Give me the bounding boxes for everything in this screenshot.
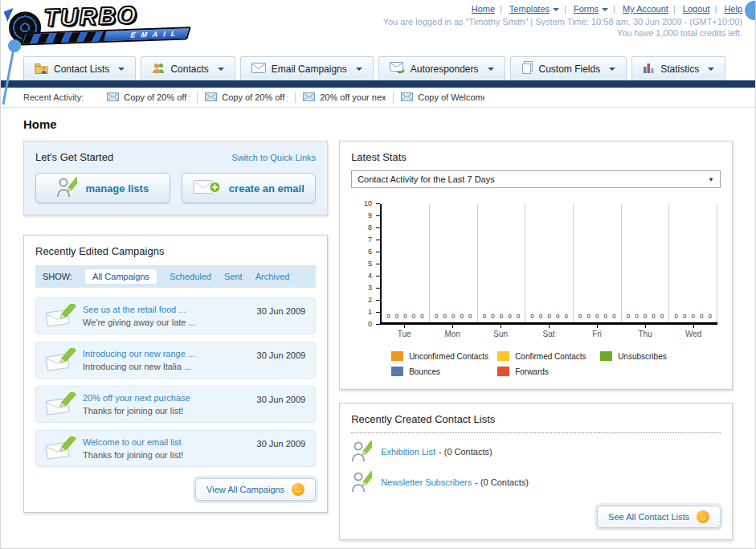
tab-autoresponders[interactable]: Autoresponders	[378, 56, 505, 80]
filter-all-campaigns[interactable]: All Campaigns	[85, 269, 157, 284]
recent-activity-item[interactable]: Copy of Welcome tc	[394, 92, 492, 103]
nav-link-home[interactable]: Home	[472, 4, 495, 14]
dotted-divider	[351, 432, 721, 433]
chart-x-labels: TueMonSunSatFriThuWed	[380, 325, 717, 338]
y-tick-mark	[376, 312, 380, 313]
folder-contact-icon	[35, 62, 48, 76]
data-value-label: 0	[483, 313, 486, 320]
tab-contacts[interactable]: Contacts	[141, 56, 235, 80]
y-tick-label: 0	[368, 320, 372, 329]
data-value-label: 0	[587, 313, 590, 320]
recently-edited-campaigns-panel: Recently Edited Campaigns SHOW: All Camp…	[23, 235, 328, 513]
recent-activity-item[interactable]: 20% off your next p	[296, 92, 394, 103]
campaign-date: 30 Jun 2009	[257, 306, 306, 316]
campaign-date: 30 Jun 2009	[257, 439, 306, 449]
chart-day-group: 00000	[382, 204, 430, 322]
see-all-contact-lists-label: See All Contact Lists	[608, 512, 689, 522]
tab-label: Statistics	[660, 64, 699, 75]
y-tick-mark	[376, 227, 380, 228]
person-pencil-icon	[351, 440, 372, 464]
campaign-row[interactable]: 20% off your next purchase Thanks for jo…	[35, 386, 316, 423]
legend-label: Unsubscribes	[618, 352, 667, 361]
data-value-label: 0	[500, 313, 503, 320]
y-tick-label: 8	[368, 223, 372, 232]
create-email-button[interactable]: create an email	[182, 173, 317, 203]
manage-lists-button[interactable]: manage lists	[35, 173, 170, 203]
contact-list-count: - (0 Contacts)	[475, 477, 529, 487]
envelope-reply-icon	[390, 62, 405, 76]
y-tick-mark	[376, 264, 380, 264]
legend-item: Forwards	[497, 367, 600, 376]
activity-link: Copy of 20% off yc	[222, 92, 288, 102]
recent-activity-item[interactable]: Copy of 20% off yc	[100, 92, 198, 103]
nav-link-logout[interactable]: Logout	[683, 4, 710, 14]
campaign-row[interactable]: Welcome to our email list Thanks for joi…	[35, 430, 316, 467]
recent-contact-lists-panel: Recently Created Contact Lists Exhibitio…	[339, 403, 733, 540]
nav-link-help[interactable]: Help	[724, 4, 742, 14]
y-tick-mark	[376, 252, 380, 252]
see-all-contact-lists-button[interactable]: See All Contact Lists →	[597, 506, 721, 528]
campaign-row[interactable]: Introducing our new range ... Introducin…	[35, 342, 316, 379]
legend-item: Unsubscribes	[600, 351, 721, 361]
contact-list-link[interactable]: Newsletter Subscribers	[381, 477, 472, 487]
recent-activity-item[interactable]: Copy of 20% off yc	[198, 92, 296, 103]
y-tick-label: 7	[368, 236, 372, 244]
contact-list-item[interactable]: Newsletter Subscribers - (0 Contacts)	[351, 470, 721, 494]
filter-scheduled[interactable]: Scheduled	[170, 272, 211, 281]
campaign-row[interactable]: See us at the retail food ... We're givi…	[35, 297, 316, 334]
tab-contact-lists[interactable]: Contact Lists	[23, 56, 136, 80]
data-value-label: 0	[403, 313, 407, 320]
chevron-down-icon	[609, 68, 615, 71]
filter-sent[interactable]: Sent	[224, 272, 243, 281]
app-logo: TURBO EMAIL	[6, 0, 201, 49]
data-value-label: 0	[675, 313, 678, 320]
envelope-plus-icon	[193, 178, 221, 199]
tab-custom-fields[interactable]: Custom Fields	[510, 56, 627, 80]
recent-activity-label: Recent Activity:	[23, 92, 84, 102]
contact-list-item[interactable]: Exhibition List - (0 Contacts)	[351, 440, 721, 464]
activity-link: Copy of 20% off yc	[124, 92, 190, 102]
campaign-filter-bar: SHOW: All Campaigns Scheduled Sent Archi…	[35, 265, 316, 288]
nav-link-forms[interactable]: Forms	[574, 4, 599, 14]
stats-dropdown[interactable]: Contact Activity for the Last 7 Days ▼	[351, 170, 721, 188]
legend-color-swatch	[497, 351, 509, 361]
campaign-title-link[interactable]: See us at the retail food ...	[83, 305, 243, 314]
data-value-label: 0	[604, 313, 607, 320]
right-column: Latest Stats Contact Activity for the La…	[339, 141, 733, 540]
logo-title: TURBO	[43, 2, 138, 32]
campaign-title-link[interactable]: Introducing our new range ...	[83, 349, 243, 358]
recent-activity-bar: Recent Activity: Copy of 20% off yc Copy…	[1, 88, 755, 108]
view-all-campaigns-button[interactable]: View All Campaigns →	[195, 478, 316, 501]
tab-statistics[interactable]: Statistics	[631, 56, 725, 80]
chart-day-group: 00000	[622, 204, 670, 322]
campaign-title-link[interactable]: 20% off your next purchase	[83, 393, 243, 403]
nav-link-templates[interactable]: Templates	[509, 4, 550, 14]
filter-archived[interactable]: Archived	[255, 272, 290, 281]
envelope-icon	[205, 92, 217, 103]
envelope-icon	[251, 63, 266, 76]
y-tick-mark	[376, 215, 380, 216]
pin-decoration	[1, 39, 25, 108]
data-value-label: 0	[652, 313, 655, 320]
data-value-label: 0	[468, 313, 472, 320]
data-value-label: 0	[491, 313, 494, 320]
y-tick-label: 9	[368, 211, 372, 220]
contact-lists-title: Recently Created Contact Lists	[351, 413, 721, 425]
chart-day-group: 00000	[430, 204, 478, 322]
contact-list-link[interactable]: Exhibition List	[381, 447, 435, 457]
tab-label: Email Campaigns	[272, 64, 347, 75]
tab-email-campaigns[interactable]: Email Campaigns	[240, 56, 374, 80]
show-label: SHOW:	[43, 272, 72, 281]
login-info: You are logged in as "Timothy Smith" | S…	[383, 17, 742, 27]
y-tick-label: 2	[368, 296, 372, 305]
data-value-label: 0	[539, 313, 542, 320]
nav-link-my-account[interactable]: My Account	[623, 4, 668, 14]
left-column: Let's Get Started Switch to Quick Links …	[23, 141, 328, 513]
campaign-title-link[interactable]: Welcome to our email list	[83, 437, 243, 447]
legend-label: Forwards	[515, 367, 549, 376]
main-nav: Contact Lists Contacts Email Campaigns A…	[1, 53, 755, 80]
switch-quick-links-link[interactable]: Switch to Quick Links	[232, 153, 317, 162]
y-tick-mark	[376, 300, 380, 301]
person-pencil-icon	[351, 470, 372, 494]
x-axis-label: Mon	[428, 325, 476, 338]
